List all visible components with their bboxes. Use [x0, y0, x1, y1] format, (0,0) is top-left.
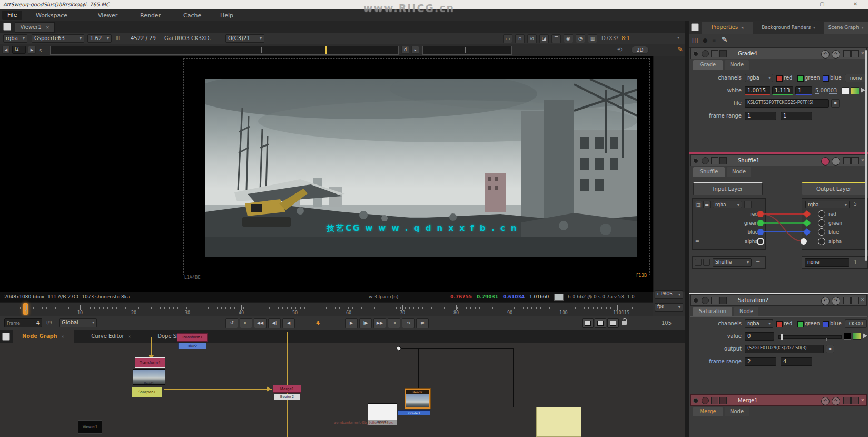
revert-icon[interactable] — [843, 50, 851, 57]
value-black-swatch[interactable] — [844, 333, 851, 340]
red-checkbox[interactable] — [776, 75, 783, 82]
chevron-left-icon[interactable]: ◂ — [741, 25, 743, 30]
default-icon[interactable] — [851, 50, 859, 57]
next-keyframe-button[interactable]: |▶ — [359, 318, 372, 328]
layers-icon[interactable]: ☰ — [551, 34, 561, 43]
prev-view-button[interactable]: ◀ — [2, 46, 10, 54]
chevron-down-icon[interactable]: ▾ — [813, 26, 815, 30]
revert-icon[interactable] — [843, 157, 851, 164]
redo-icon[interactable]: ↷ — [832, 397, 840, 405]
panel-dot-icon[interactable] — [693, 398, 698, 403]
b-buffer-bar[interactable] — [422, 46, 512, 55]
node-panel-shuffle1-header[interactable]: Shuffle1 ✕ — [690, 154, 867, 166]
tab-curve-editor[interactable]: Curve Editor ✕ — [82, 330, 141, 343]
minimize-icon[interactable] — [711, 297, 718, 304]
goto-end-button[interactable]: ⇥ — [388, 318, 400, 328]
panel3-tab-node[interactable]: Node — [734, 307, 758, 316]
colorspace-dropdown[interactable]: O(C3)21 ▾ — [225, 34, 264, 43]
close-icon[interactable]: ✕ — [861, 51, 865, 56]
timeline-ruler[interactable]: 115 1102030405060708090100110 — [0, 302, 653, 316]
minimize-icon[interactable] — [711, 50, 718, 57]
channels-dropdown[interactable]: rgba ▾ — [745, 319, 773, 328]
menu-file[interactable]: File — [2, 11, 22, 20]
a-buffer-bar[interactable] — [50, 46, 399, 55]
gain-dropdown[interactable]: 1.62 ▾ — [87, 34, 112, 43]
mode-2d-pill[interactable]: 2D — [631, 46, 649, 54]
panel4-tab-node[interactable]: Node — [725, 407, 749, 416]
white-field-r[interactable]: 1.0015 — [745, 86, 770, 95]
panel2-tab-node[interactable]: Node — [727, 167, 751, 177]
blue-checkbox[interactable] — [823, 321, 829, 327]
panel-scrollbar[interactable] — [865, 50, 867, 261]
input-extra-button[interactable] — [744, 201, 752, 208]
panel4-tab-merge[interactable]: Merge — [693, 407, 723, 416]
file-browse-button[interactable]: ▪ — [831, 99, 840, 108]
channels-extra-button[interactable]: CK3X0 — [845, 319, 867, 328]
annotate-pen-icon[interactable]: ✎ — [677, 45, 683, 53]
tab-scene-graph[interactable]: Scene Graph ▾ — [824, 22, 868, 34]
prev-keyframe-button[interactable]: ◀| — [268, 318, 281, 328]
white-anim-link[interactable]: 5.00003 — [815, 88, 837, 94]
input-mode-icon[interactable]: ◫ — [695, 201, 702, 208]
panel2-tab-shuffle[interactable]: Shuffle — [693, 167, 725, 177]
menu-help[interactable]: Help — [216, 12, 238, 20]
menu-render[interactable]: Render — [136, 12, 165, 20]
channels-none-button[interactable]: none — [845, 74, 867, 82]
buffer-playhead[interactable] — [326, 46, 327, 54]
frame-range-start[interactable]: 1 — [745, 112, 776, 120]
menu-workspace[interactable]: Workspace — [32, 12, 72, 20]
zoom-value[interactable]: 8:1 — [622, 35, 630, 41]
d-button[interactable]: d — [401, 46, 409, 54]
tab-close-icon[interactable]: ✕ — [128, 335, 131, 339]
tab-viewer1[interactable]: Viewer1 ✕ — [15, 22, 55, 33]
play-forward-button[interactable]: ▶▶ — [373, 318, 386, 328]
row-options-icon[interactable]: ▬ — [695, 239, 699, 244]
t-button[interactable]: ▸ — [411, 46, 419, 54]
pane-icon[interactable] — [2, 333, 10, 341]
edit-pen-icon[interactable]: ✎ — [722, 35, 728, 44]
pin-icon[interactable]: ◫ — [692, 36, 698, 44]
viewer-props-dropdown[interactable]: c.PROS ▾ — [655, 290, 683, 299]
panel-dot-icon[interactable] — [693, 298, 698, 303]
color-sampler-icon[interactable] — [863, 333, 867, 338]
loop-button[interactable]: ⟲ — [402, 318, 415, 328]
fps-dropdown[interactable]: fps ▾ — [655, 303, 683, 312]
file-field[interactable]: KSLGTTS3P0TTCKGS2S-P0TF(S) — [745, 99, 829, 108]
undo-icon[interactable]: ↶ — [821, 397, 830, 405]
value-slider[interactable] — [778, 335, 842, 339]
undo-icon[interactable]: ↶ — [821, 50, 830, 59]
node-color-icon[interactable] — [702, 157, 709, 164]
white-checkbox[interactable] — [842, 87, 849, 94]
node-color-icon[interactable] — [702, 50, 709, 57]
revert-icon[interactable] — [843, 297, 851, 304]
checker-icon[interactable]: ▥ — [588, 34, 597, 43]
node-tile-color-icon[interactable] — [821, 157, 830, 166]
panel3-tab-saturation[interactable]: Saturation — [693, 307, 732, 316]
minimize-icon[interactable] — [711, 157, 718, 164]
stamp-button-2[interactable] — [595, 318, 606, 328]
output-alpha-socket[interactable] — [818, 238, 825, 245]
input-layer-dropdown[interactable]: rgba ▾ — [713, 201, 742, 208]
green-checkbox[interactable] — [797, 321, 804, 327]
window-close-icon[interactable]: ✕ — [853, 1, 857, 7]
loop-mode-button[interactable]: ↺ — [225, 318, 238, 328]
output-field[interactable]: (S2GLE0TU29(C3)2G2-S0(3) — [745, 345, 824, 353]
prev-frame-button[interactable]: ◀ — [282, 318, 295, 328]
panel-dot-icon[interactable] — [693, 158, 698, 163]
frame-range-end[interactable]: 4 — [781, 357, 812, 366]
blue-checkbox[interactable] — [823, 75, 829, 82]
chevron-down-icon[interactable]: ▾ — [862, 26, 864, 30]
white-field-b[interactable]: 1 — [795, 86, 812, 95]
default-icon[interactable] — [851, 157, 859, 164]
frame-range-end[interactable]: 1 — [781, 112, 812, 120]
revert-icon[interactable] — [843, 397, 851, 404]
mask-icon[interactable]: ◉ — [564, 34, 573, 43]
window-minimize-icon[interactable]: — — [790, 1, 796, 8]
lock-icon[interactable]: ● — [703, 37, 708, 44]
node-graph-canvas[interactable] — [0, 343, 685, 437]
node-color-icon[interactable] — [702, 297, 709, 304]
redo-icon[interactable]: ↷ — [832, 297, 840, 305]
minimize-icon[interactable] — [711, 397, 718, 404]
float-icon[interactable] — [719, 50, 727, 57]
menu-cache[interactable]: Cache — [179, 12, 205, 20]
